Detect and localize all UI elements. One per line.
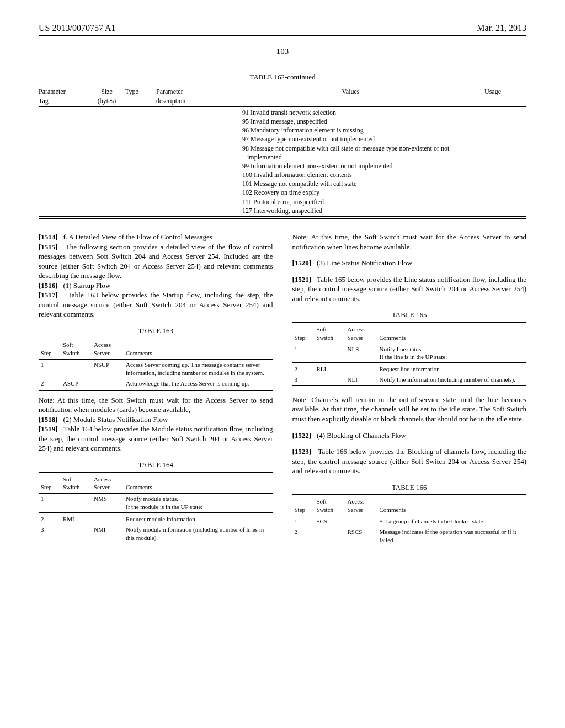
para-1516-num: [1516] bbox=[39, 281, 58, 290]
t163-h-step: Step bbox=[39, 339, 61, 359]
page-header: US 2013/0070757 A1 Mar. 21, 2013 bbox=[39, 22, 526, 36]
table-cell: Notify line information (including numbe… bbox=[377, 374, 527, 385]
table-cell: SCS bbox=[315, 516, 345, 526]
table-cell: 2 bbox=[292, 527, 315, 545]
table-row: 2RLIRequest line information bbox=[292, 364, 527, 374]
table-163-title: TABLE 163 bbox=[39, 326, 273, 336]
t165-h-comments: Comments bbox=[377, 324, 527, 344]
table-cell: Notify line status If the line is in the… bbox=[377, 344, 527, 363]
table-cell: RSCS bbox=[345, 527, 377, 545]
table-row: 1SCSSet a group of channels to be blocke… bbox=[292, 516, 527, 526]
table-cell: 1 bbox=[39, 494, 61, 513]
para-1519-num: [1519] bbox=[39, 425, 58, 433]
t163-h-ss: Soft Switch bbox=[61, 339, 92, 359]
table-cell: Request line information bbox=[377, 364, 527, 374]
t164-h-comments: Comments bbox=[124, 474, 273, 494]
table-cell: 2 bbox=[39, 514, 61, 524]
t164-h-step: Step bbox=[39, 474, 61, 494]
t162-value-line: 99 Information element non-existent or n… bbox=[242, 162, 481, 170]
table-cell: Notify module information (including num… bbox=[124, 524, 273, 543]
table-cell: NSUP bbox=[92, 360, 124, 378]
table-cell bbox=[61, 524, 92, 543]
para-1520-num: [1520] bbox=[292, 259, 312, 267]
t165-h-step: Step bbox=[292, 324, 315, 344]
table-cell bbox=[92, 514, 124, 524]
table-row: 1NSUPAccess Server coming up. The messag… bbox=[39, 360, 273, 378]
table-cell: 1 bbox=[292, 516, 315, 526]
para-1520-text: (3) Line Status Notification Flow bbox=[317, 259, 412, 267]
table-row: 1NLSNotify line status If the line is in… bbox=[292, 344, 527, 363]
table-cell: NMI bbox=[92, 524, 124, 543]
table-162-title: TABLE 162-continued bbox=[39, 72, 526, 82]
t165-h-ss: Soft Switch bbox=[315, 324, 345, 344]
note-164: Note: At this time, the Soft Switch must… bbox=[292, 232, 527, 251]
table-162: Parameter Tag Size (bytes) Type Paramete… bbox=[39, 84, 526, 219]
para-1523-text: Table 166 below provides the Blocking of… bbox=[292, 447, 527, 475]
t162-value-line: 111 Protocol error, unspecified bbox=[242, 197, 481, 206]
para-1518-num: [1518] bbox=[39, 415, 58, 424]
doc-id: US 2013/0070757 A1 bbox=[39, 22, 116, 34]
t164-h-as: Access Server bbox=[92, 474, 124, 494]
table-cell: Set a group of channels to be blocked st… bbox=[377, 516, 527, 526]
left-column: [1514] f. A Detailed View of the Flow of… bbox=[39, 232, 273, 545]
para-1523-num: [1523] bbox=[292, 447, 312, 456]
para-1521-num: [1521] bbox=[292, 275, 312, 283]
para-1518-text: (2) Module Status Notification Flow bbox=[63, 415, 168, 424]
table-row: 2RMIRequest module information bbox=[39, 514, 273, 524]
t162-value-line: 98 Message not compatible with call stat… bbox=[242, 144, 481, 162]
para-1514-text: f. A Detailed View of the Flow of Contro… bbox=[63, 233, 212, 241]
table-cell bbox=[315, 374, 345, 385]
table-cell: NMS bbox=[92, 494, 124, 513]
t164-h-ss: Soft Switch bbox=[61, 474, 92, 494]
t162-h-usage: Usage bbox=[484, 86, 526, 106]
t162-value-line: 100 Invalid information element contents bbox=[242, 170, 481, 179]
t162-value-line: 102 Recovery on time expiry bbox=[242, 188, 481, 197]
table-row: 3NLINotify line information (including n… bbox=[292, 374, 527, 385]
table-cell: ASUP bbox=[61, 378, 92, 389]
table-cell: 1 bbox=[292, 344, 315, 363]
t162-h-values: Values bbox=[220, 86, 484, 106]
table-cell: Request module information bbox=[124, 514, 273, 524]
t166-h-as: Access Server bbox=[345, 496, 377, 516]
table-row: 2ASUPAcknowledge that the Access Server … bbox=[39, 378, 273, 389]
t166-h-comments: Comments bbox=[377, 496, 527, 516]
para-1522-text: (4) Blocking of Channels Flow bbox=[317, 431, 406, 440]
para-1521-text: Table 165 below provides the Line status… bbox=[292, 275, 527, 303]
table-cell: 2 bbox=[292, 364, 315, 374]
table-cell: NLS bbox=[345, 344, 377, 363]
table-cell bbox=[61, 360, 92, 378]
para-1515-num: [1515] bbox=[39, 243, 58, 251]
table-cell: 1 bbox=[39, 360, 61, 378]
table-cell: 2 bbox=[39, 378, 61, 389]
t162-h-paramdesc: Parameter description bbox=[156, 86, 220, 106]
para-1516-text: (1) Startup Flow bbox=[63, 281, 110, 290]
t162-value-line: 127 Interworking, unspecified bbox=[242, 206, 481, 215]
table-cell bbox=[315, 527, 345, 545]
t162-value-line: 96 Mandatory information element is miss… bbox=[242, 126, 481, 135]
t163-h-comments: Comments bbox=[124, 339, 273, 359]
para-1519-text: Table 164 below provides the Module stat… bbox=[39, 425, 273, 452]
para-1515-text: The following section provides a detaile… bbox=[39, 243, 273, 280]
doc-date: Mar. 21, 2013 bbox=[477, 22, 526, 34]
table-row: 1NMSNotify module status. If the module … bbox=[39, 494, 273, 513]
table-cell: RMI bbox=[61, 514, 92, 524]
t162-value-line: 101 Message not compatible with call sta… bbox=[242, 179, 481, 188]
table-row: 3NMINotify module information (including… bbox=[39, 524, 273, 543]
t162-h-type: Type bbox=[125, 86, 156, 106]
table-cell: 3 bbox=[292, 374, 315, 385]
table-cell bbox=[61, 494, 92, 513]
t162-h-paramtag: Parameter Tag bbox=[39, 86, 92, 106]
table-164-title: TABLE 164 bbox=[39, 460, 273, 470]
note-165: Note: Channels will remain in the out-of… bbox=[292, 395, 527, 424]
table-cell: RLI bbox=[315, 364, 345, 374]
t166-h-ss: Soft Switch bbox=[315, 496, 345, 516]
table-164: Step Soft Switch Access Server Comments … bbox=[39, 472, 273, 543]
table-cell: NLI bbox=[345, 374, 377, 385]
t166-h-step: Step bbox=[292, 496, 315, 516]
table-cell bbox=[345, 516, 377, 526]
table-cell: Message indicates if the operation was s… bbox=[377, 527, 527, 545]
note-163: Note: At this time, the Soft Switch must… bbox=[39, 395, 273, 415]
t162-h-size: Size (bytes) bbox=[92, 86, 125, 106]
table-166: Step Soft Switch Access Server Comments … bbox=[292, 494, 527, 545]
table-cell bbox=[345, 364, 377, 374]
